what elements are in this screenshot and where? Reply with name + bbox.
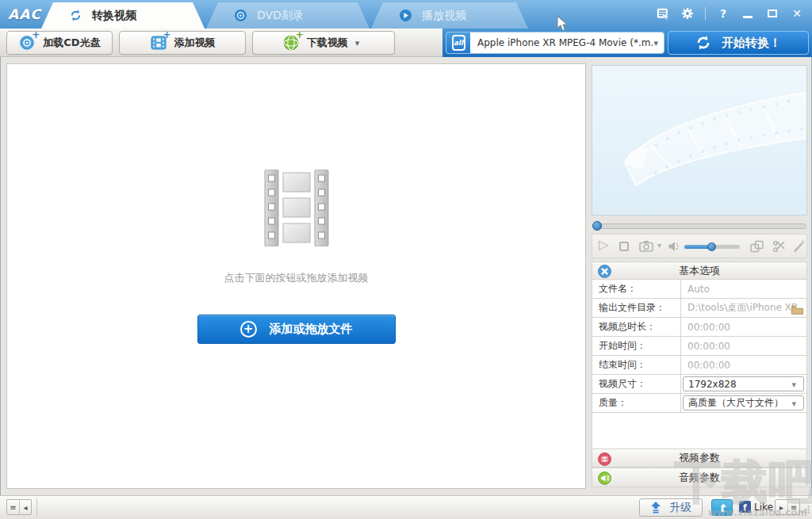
collapse-left-button[interactable]: ◂ — [19, 500, 31, 514]
twitter-button[interactable]: t — [711, 499, 733, 516]
app-window: AAC 转换视频 DVD刻录 播放视频 — [0, 0, 812, 519]
globe-plus-icon: + — [282, 34, 300, 52]
tab-label: 播放视频 — [422, 9, 466, 23]
end-time-field[interactable]: 00:00:00 — [681, 360, 806, 371]
filename-row: 文件名： Auto — [592, 280, 807, 299]
video-list-dropzone[interactable]: 点击下面的按钮或拖放添加视频 + 添加或拖放文件 — [6, 63, 586, 489]
filename-field[interactable]: Auto — [681, 284, 806, 295]
all-formats-icon: all — [446, 32, 470, 54]
mouse-cursor — [557, 15, 569, 36]
film-plus-icon: + — [150, 34, 167, 52]
load-cd-button[interactable]: + 加载CD光盘 — [6, 31, 113, 55]
end-time-label: 结束时间： — [592, 356, 681, 374]
download-video-button[interactable]: + 下载视频 ▾ — [252, 31, 395, 55]
like-label: Like — [754, 502, 773, 513]
upgrade-label: 升级 — [669, 501, 691, 515]
basic-options-header[interactable]: 基本选项 — [592, 261, 807, 280]
video-params-header[interactable]: 视频参数 — [592, 448, 807, 467]
start-convert-button[interactable]: 开始转换！ — [668, 31, 809, 55]
list-menu-button[interactable]: ≡ — [787, 500, 799, 514]
volume-thumb[interactable] — [707, 242, 716, 251]
tab-label: DVD刻录 — [257, 9, 304, 23]
window-controls: ? ✕ — [656, 6, 804, 21]
total-duration-label: 视频总时长： — [592, 318, 681, 336]
add-video-label: 添加视频 — [174, 36, 216, 50]
tab-bar: 转换视频 DVD刻录 播放视频 — [41, 2, 530, 29]
video-size-select[interactable]: 1792x828 ▾ — [683, 376, 804, 391]
browse-folder-icon[interactable] — [791, 303, 803, 318]
audio-params-icon — [598, 471, 611, 488]
end-time-row: 结束时间： 00:00:00 — [592, 356, 807, 375]
basic-options-label: 基本选项 — [592, 264, 806, 278]
seek-thumb[interactable] — [592, 221, 602, 231]
output-dir-row: 输出文件目录： D:\tools\桌面\iPhone XR — [592, 299, 807, 318]
add-files-label: 添加或拖放文件 — [270, 322, 353, 337]
maximize-button[interactable] — [765, 6, 779, 21]
total-duration-field[interactable]: 00:00:00 — [681, 322, 806, 333]
chevron-down-icon: ▾ — [653, 38, 664, 48]
volume-icon[interactable] — [668, 240, 681, 256]
plus-circle-icon: + — [240, 321, 257, 338]
add-video-button[interactable]: + 添加视频 — [119, 31, 246, 55]
chevron-down-icon[interactable]: ▾ — [657, 241, 661, 250]
output-dir-field[interactable]: D:\tools\桌面\iPhone XR — [681, 301, 806, 315]
audio-params-header[interactable]: 音频参数 — [592, 467, 807, 487]
quality-label: 质量： — [592, 394, 681, 412]
refresh-icon — [695, 35, 711, 51]
cut-scissors-icon[interactable] — [772, 240, 786, 256]
divider — [705, 7, 706, 20]
list-collapse-group: ≡ ◂ — [6, 499, 32, 515]
cd-plus-icon: + — [18, 34, 36, 52]
list-menu-button[interactable]: ≡ — [7, 500, 19, 514]
next-page-button[interactable]: ▸ — [776, 500, 787, 514]
close-button[interactable]: ✕ — [790, 6, 804, 21]
divider — [36, 498, 37, 517]
filmstrip-icon — [262, 170, 331, 250]
tab-convert-video[interactable]: 转换视频 — [41, 2, 205, 29]
app-logo: AAC — [8, 6, 41, 22]
volume-slider[interactable] — [684, 245, 740, 249]
settings-gear-icon[interactable] — [680, 6, 695, 21]
minimize-button[interactable] — [741, 6, 755, 21]
video-params-label: 视频参数 — [592, 451, 806, 465]
empty-area — [592, 413, 807, 449]
add-or-drop-files-button[interactable]: + 添加或拖放文件 — [197, 315, 396, 344]
audio-params-label: 音频参数 — [592, 471, 806, 485]
start-time-field[interactable]: 00:00:00 — [681, 341, 806, 352]
output-format-select[interactable]: all Apple iPhone XR MPEG-4 Movie (*.m...… — [446, 32, 665, 54]
seek-bar[interactable] — [592, 219, 807, 232]
chevron-down-icon: ▾ — [791, 399, 802, 409]
crop-icon[interactable] — [750, 240, 764, 256]
page-nav-group: ▸ ≡ — [775, 499, 800, 515]
filmstrip-watermark-icon — [610, 65, 807, 208]
start-time-row: 开始时间： 00:00:00 — [592, 337, 807, 356]
status-bar: ≡ ◂ 升级 t f Like ▸ ≡ — [0, 495, 812, 519]
snapshot-camera-icon[interactable] — [639, 240, 653, 255]
total-duration-row: 视频总时长： 00:00:00 — [592, 318, 807, 337]
play-button[interactable]: ▷ — [599, 237, 608, 252]
tab-play-video[interactable]: 播放视频 — [371, 2, 528, 29]
video-params-icon — [598, 452, 611, 469]
stop-button[interactable] — [619, 242, 629, 251]
quality-select[interactable]: 高质量（大尺寸文件） ▾ — [683, 395, 804, 410]
output-dir-label: 输出文件目录： — [592, 299, 681, 317]
load-cd-label: 加载CD光盘 — [43, 36, 100, 50]
facebook-icon: f — [739, 501, 751, 513]
dropzone-hint: 点击下面的按钮或拖放添加视频 — [224, 271, 369, 285]
toolbar: + 加载CD光盘 + 添加视频 + 下载视频 ▾ all Apple iPhon… — [0, 29, 812, 57]
effects-wand-icon[interactable] — [793, 239, 805, 256]
convert-log-icon[interactable] — [656, 6, 670, 21]
preview-area — [592, 65, 807, 216]
tab-label: 转换视频 — [92, 9, 136, 23]
facebook-like-button[interactable]: f Like — [739, 501, 773, 513]
start-convert-label: 开始转换！ — [722, 36, 781, 51]
seek-track[interactable] — [597, 223, 806, 229]
upgrade-button[interactable]: 升级 — [639, 498, 703, 517]
tab-dvd-burn[interactable]: DVD刻录 — [206, 2, 370, 29]
chevron-down-icon: ▾ — [355, 38, 366, 48]
help-button[interactable]: ? — [716, 6, 730, 21]
resize-grip[interactable] — [802, 502, 810, 517]
player-controls: ▷ ▾ — [592, 234, 807, 258]
title-bar: AAC 转换视频 DVD刻录 播放视频 — [0, 0, 812, 29]
upgrade-arrow-icon — [650, 502, 661, 513]
